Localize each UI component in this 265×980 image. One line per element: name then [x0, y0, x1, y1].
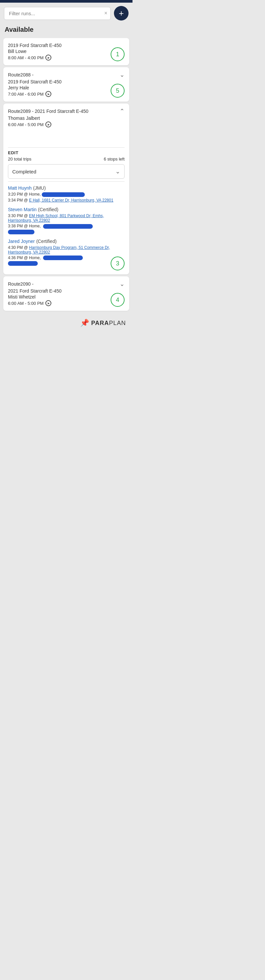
badge-1: 1	[111, 47, 125, 61]
redacted-jared-2b	[8, 261, 38, 266]
nav-icon-2: ➤	[45, 91, 51, 97]
completed-dropdown[interactable]: Completed ⌄	[8, 164, 125, 179]
route-name-2: Route2088 - ⌄	[8, 71, 125, 78]
passenger-cert-matt: (JMU)	[33, 185, 46, 191]
top-bar	[0, 0, 132, 3]
available-section-label: Available	[0, 24, 132, 36]
driver-name-4: Misti Whetzel	[8, 294, 125, 299]
stop-matt-1: 3:20 PM @ Home,	[8, 192, 125, 197]
passenger-name-steven[interactable]: Steven Martin	[8, 207, 37, 212]
nav-icon-4: ➤	[45, 300, 51, 306]
stop-steven-2-time: 3:38 PM @ Home,	[8, 224, 41, 228]
badge-2: 5	[111, 84, 125, 98]
passenger-matt-huynh: Matt Huynh (JMU) 3:20 PM @ Home, 3:34 PM…	[8, 185, 125, 202]
stop-jared-2: 4:36 PM @ Home,	[8, 256, 125, 266]
redacted-steven-2a	[43, 224, 93, 229]
passenger-cert-steven: (Certified)	[38, 207, 58, 212]
driver-name-3: Thomas Jalbert	[8, 116, 125, 121]
stop-matt-2: 3:34 PM @ E Hall, 1681 Carrier Dr, Harri…	[8, 198, 125, 202]
route-card-2: Route2088 - ⌄ 2019 Ford Starcraft E-450 …	[3, 67, 129, 102]
time-text-3: 6:00 AM - 5:00 PM	[8, 122, 44, 127]
footer-brand: 📌 PARAPLAN	[0, 313, 132, 331]
vehicle-name-1: 2019 Ford Starcraft E-450	[8, 43, 125, 48]
filter-input[interactable]	[4, 7, 111, 20]
time-row-3: 6:00 AM - 5:00 PM ➤	[8, 121, 125, 127]
stops-left: 6 stops left	[104, 156, 125, 162]
passenger-name-matt[interactable]: Matt Huynh	[8, 185, 32, 191]
vehicle-name-2: 2019 Ford Starcraft E-450	[8, 79, 125, 84]
route-prefix-2: Route2088 -	[8, 72, 34, 78]
stop-jared-2-time: 4:36 PM @ Home,	[8, 256, 41, 260]
passengers-section: Matt Huynh (JMU) 3:20 PM @ Home, 3:34 PM…	[8, 185, 125, 266]
map-pin-icon: 📌	[80, 319, 89, 327]
route-card-1: 2019 Ford Starcraft E-450 Bill Lowe 8:00…	[3, 38, 129, 65]
redacted-matt-1	[42, 192, 85, 197]
header-row: × +	[0, 3, 132, 24]
brand-text: PARAPLAN	[91, 320, 126, 327]
route-card-3: Route2089 - 2021 Ford Starcraft E-450 ⌃ …	[3, 103, 129, 274]
time-row-4: 6:00 AM - 5:00 PM ➤	[8, 300, 125, 306]
nav-icon-3: ➤	[45, 121, 51, 127]
route-prefix-4: Route2090 -	[8, 281, 34, 286]
chevron-up-3[interactable]: ⌃	[120, 108, 125, 115]
stop-steven-1: 3:30 PM @ EM High School, 801 Parkwood D…	[8, 213, 125, 223]
route-name-3: Route2089 - 2021 Ford Starcraft E-450 ⌃	[8, 108, 125, 115]
route-card-4: Route2090 - ⌄ 2021 Ford Starcraft E-450 …	[3, 276, 129, 311]
nav-icon-1: ➤	[45, 55, 51, 60]
completed-chevron: ⌄	[115, 168, 120, 175]
passenger-cert-jared: (Certified)	[36, 239, 56, 244]
stop-jared-1-time: 4:30 PM @	[8, 245, 29, 250]
driver-name-1: Bill Lowe	[8, 49, 125, 54]
route-name-4: Route2090 - ⌄	[8, 280, 125, 288]
time-text-2: 7:00 AM - 6:00 PM	[8, 92, 44, 97]
passenger-jared-joyner: Jared Joyner (Certified) 4:30 PM @ Harri…	[8, 238, 125, 266]
passenger-steven-martin: Steven Martin (Certified) 3:30 PM @ EM H…	[8, 207, 125, 234]
stop-steven-1-time: 3:30 PM @	[8, 213, 29, 218]
vehicle-name-4: 2021 Ford Starcraft E-450	[8, 288, 125, 294]
stop-matt-2-time: 3:34 PM @	[8, 198, 29, 202]
route-prefix-3: Route2089 - 2021 Ford Starcraft E-450	[8, 108, 88, 114]
passenger-name-jared[interactable]: Jared Joyner	[8, 239, 35, 244]
redacted-jared-2a	[43, 256, 83, 260]
filter-input-wrapper: ×	[4, 7, 111, 20]
time-text-1: 8:00 AM - 4:00 PM	[8, 55, 44, 60]
stop-steven-2: 3:38 PM @ Home,	[8, 224, 125, 234]
chevron-down-2[interactable]: ⌄	[120, 71, 125, 78]
total-trips: 20 total trips	[8, 156, 32, 162]
badge-3: 3	[111, 256, 125, 270]
time-text-4: 6:00 AM - 5:00 PM	[8, 301, 44, 306]
edit-label: EDIT	[8, 150, 125, 155]
stop-matt-1-prefix: @ Home,	[24, 192, 41, 197]
divider-2	[8, 181, 125, 182]
add-button[interactable]: +	[114, 6, 129, 21]
stop-jared-1: 4:30 PM @ Harrisonburg Day Program, 51 C…	[8, 245, 125, 255]
chevron-down-4[interactable]: ⌄	[120, 280, 125, 288]
stop-matt-1-time: 3:20 PM	[8, 192, 23, 197]
completed-text: Completed	[12, 169, 37, 174]
time-row-2: 7:00 AM - 6:00 PM ➤	[8, 91, 125, 97]
clear-icon[interactable]: ×	[104, 10, 107, 16]
redacted-steven-2b	[8, 230, 34, 234]
divider-1	[8, 147, 125, 148]
time-row-1: 8:00 AM - 4:00 PM ➤	[8, 55, 125, 60]
stop-matt-2-address[interactable]: E Hall, 1681 Carrier Dr, Harrisonburg, V…	[29, 198, 113, 202]
driver-name-2: Jerry Hale	[8, 85, 125, 91]
trips-row: 20 total trips 6 stops left	[8, 156, 125, 162]
